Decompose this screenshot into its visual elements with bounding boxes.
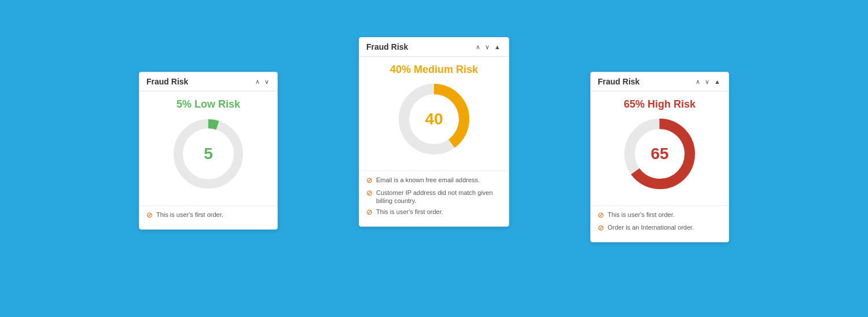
warning-item-2: ⊘ Customer IP address did not match give…: [366, 189, 502, 205]
card-right-warnings: ⊘ This is user's first order. ⊘ Order is…: [591, 205, 729, 242]
warning-text: This is user's first order.: [156, 211, 223, 219]
card-right-value: 65: [650, 145, 668, 163]
card-right-expand-btn[interactable]: ∨: [704, 78, 711, 86]
warning-text-2: Customer IP address did not match given …: [376, 189, 502, 205]
card-center-controls: ∧ ∨ ▲: [475, 43, 502, 51]
warning-icon-r2: ⊘: [598, 223, 604, 233]
card-right-header: Fraud Risk ∧ ∨ ▲: [591, 72, 729, 91]
card-right-donut: 65: [622, 116, 697, 191]
card-center-expand-btn[interactable]: ∨: [484, 43, 491, 51]
card-center-collapse-btn[interactable]: ∧: [475, 43, 481, 51]
warning-text-3: This is user's first order.: [376, 208, 443, 216]
warning-item: ⊘ This is user's first order.: [146, 211, 270, 220]
warning-icon-3: ⊘: [366, 208, 373, 218]
card-medium-risk: Fraud Risk ∧ ∨ ▲ 40% Medium Risk 40 ⊘ Em…: [359, 37, 509, 227]
card-right-risk-label: 65% High Risk: [600, 98, 719, 110]
card-left-body: 5% Low Risk 5: [139, 91, 277, 205]
warning-text-r1: This is user's first order.: [608, 211, 675, 219]
warning-icon: ⊘: [146, 211, 153, 220]
card-high-risk: Fraud Risk ∧ ∨ ▲ 65% High Risk 65 ⊘ This…: [590, 72, 729, 242]
card-center-value: 40: [425, 110, 443, 128]
warning-text-r2: Order is an International order.: [608, 223, 694, 231]
warning-icon-r1: ⊘: [598, 211, 604, 220]
card-left-collapse-btn[interactable]: ∧: [254, 78, 261, 86]
card-center-up-btn[interactable]: ▲: [493, 43, 502, 50]
card-center-donut: 40: [396, 82, 472, 157]
card-low-risk: Fraud Risk ∧ ∨ 5% Low Risk 5 ⊘ This is u…: [139, 72, 278, 230]
warning-item-1: ⊘ Email is a known free email address.: [366, 176, 502, 186]
card-right-up-btn[interactable]: ▲: [713, 78, 722, 85]
card-center-risk-label: 40% Medium Risk: [369, 64, 499, 76]
card-left-header: Fraud Risk ∧ ∨: [139, 72, 277, 91]
card-left-warnings: ⊘ This is user's first order.: [139, 205, 277, 229]
card-left-donut: 5: [171, 116, 246, 191]
warning-item-r2: ⊘ Order is an International order.: [598, 223, 722, 233]
card-left-value: 5: [204, 145, 213, 163]
card-right-controls: ∧ ∨ ▲: [694, 78, 722, 86]
warning-text-1: Email is a known free email address.: [376, 176, 480, 184]
card-left-controls: ∧ ∨: [254, 78, 270, 86]
warning-item-r1: ⊘ This is user's first order.: [598, 211, 722, 220]
card-right-title: Fraud Risk: [598, 77, 639, 86]
card-left-title: Fraud Risk: [146, 77, 188, 86]
card-center-header: Fraud Risk ∧ ∨ ▲: [359, 38, 509, 57]
warning-icon-2: ⊘: [366, 189, 373, 198]
card-center-title: Fraud Risk: [366, 42, 408, 51]
warning-item-3: ⊘ This is user's first order.: [366, 208, 502, 218]
card-right-body: 65% High Risk 65: [591, 91, 729, 205]
card-right-collapse-btn[interactable]: ∧: [694, 78, 701, 86]
card-center-warnings: ⊘ Email is a known free email address. ⊘…: [359, 171, 509, 226]
warning-icon-1: ⊘: [366, 176, 373, 186]
card-left-expand-btn[interactable]: ∨: [263, 78, 270, 86]
cards-container: Fraud Risk ∧ ∨ 5% Low Risk 5 ⊘ This is u…: [231, 37, 637, 280]
card-left-risk-label: 5% Low Risk: [149, 98, 268, 110]
card-center-body: 40% Medium Risk 40: [359, 57, 509, 171]
